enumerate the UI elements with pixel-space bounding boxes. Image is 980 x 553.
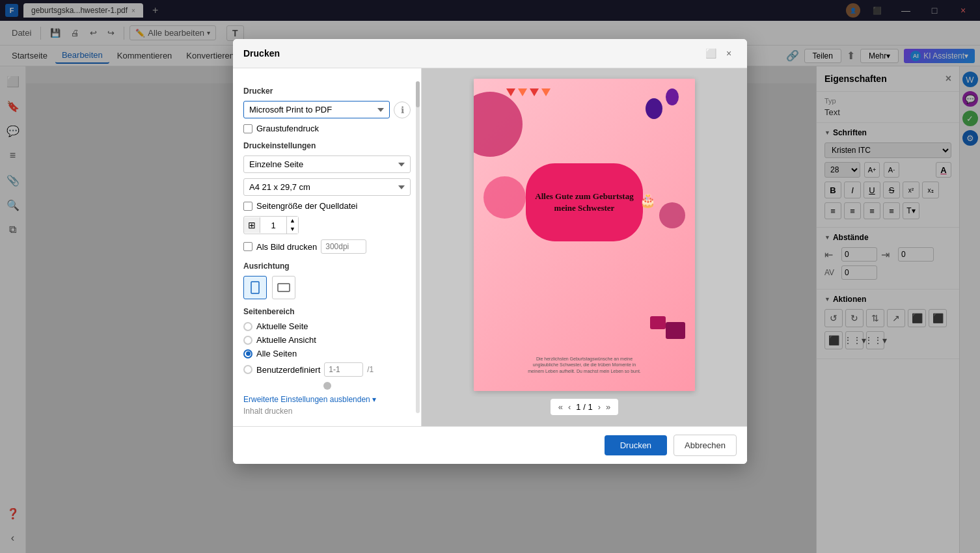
source-size-checkbox[interactable] xyxy=(243,202,252,211)
copies-row: ⊞ ▲ ▼ xyxy=(243,216,411,234)
preview-last-button[interactable]: » xyxy=(606,402,610,412)
printer-row: Microsoft Print to PDFAdobe PDFMicrosoft… xyxy=(243,101,411,118)
preview-card-text: Alles Gute zum Geburtstag meine Schweste… xyxy=(526,185,643,219)
print-options-panel: Drucker Microsoft Print to PDFAdobe PDFM… xyxy=(233,68,422,426)
banner-flag-1 xyxy=(506,88,515,96)
portrait-button[interactable] xyxy=(243,276,267,299)
source-size-label: Seitengröße der Quelldatei xyxy=(256,201,357,211)
print-preview-panel: Alles Gute zum Geburtstag meine Schweste… xyxy=(422,68,747,426)
advanced-settings-label: Erweiterte Einstellungen ausblenden ▾ xyxy=(243,395,376,404)
current-page-label: Aktuelle Seite xyxy=(256,321,308,331)
print-as-image-row: Als Bild drucken xyxy=(243,239,411,254)
dialog-expand-button[interactable]: ⬜ xyxy=(703,46,718,61)
preview-circle-3 xyxy=(659,202,685,228)
dialog-header-buttons: ⬜ × xyxy=(703,46,737,61)
preview-next-button[interactable]: › xyxy=(598,402,601,412)
copies-stepper: ▲ ▼ xyxy=(286,217,298,234)
custom-range-radio[interactable] xyxy=(243,365,252,374)
grayscale-checkbox[interactable] xyxy=(243,124,252,133)
dialog-close-button[interactable]: × xyxy=(721,46,737,61)
all-pages-radio[interactable] xyxy=(243,349,252,358)
preview-cake-emoji: 🎂 xyxy=(640,193,656,208)
preview-card-bg: Alles Gute zum Geburtstag meine Schweste… xyxy=(474,79,695,391)
copies-down-button[interactable]: ▼ xyxy=(287,225,298,234)
current-page-row: Aktuelle Seite xyxy=(243,321,411,331)
print-button[interactable]: Drucken xyxy=(605,435,667,455)
svg-rect-0 xyxy=(251,282,259,293)
print-scrollbar xyxy=(416,81,420,413)
advanced-settings-link[interactable]: Erweiterte Einstellungen ausblenden ▾ xyxy=(243,395,411,404)
cancel-button[interactable]: Abbrechen xyxy=(674,435,737,456)
grayscale-row: Graustufendruck xyxy=(243,124,411,133)
print-as-image-checkbox[interactable] xyxy=(243,242,252,251)
page-count-label: /1 xyxy=(367,365,374,374)
current-view-row: Aktuelle Ansicht xyxy=(243,335,411,345)
printer-select[interactable]: Microsoft Print to PDFAdobe PDFMicrosoft… xyxy=(243,101,390,118)
preview-gift-2 xyxy=(650,316,666,329)
landscape-button[interactable] xyxy=(272,276,295,299)
preview-prev-button[interactable]: ‹ xyxy=(568,402,571,412)
preview-cloud: Alles Gute zum Geburtstag meine Schweste… xyxy=(526,163,643,241)
seitenbereich-label: Seitenbereich xyxy=(243,307,411,316)
printer-info-button[interactable]: ℹ xyxy=(394,101,411,118)
preview-banner xyxy=(506,88,656,96)
banner-flag-4 xyxy=(541,88,551,96)
preview-pagination: « ‹ 1 / 1 › » xyxy=(551,399,618,415)
preview-gift-1 xyxy=(666,322,685,339)
range-indicator xyxy=(243,382,411,390)
custom-range-row: Benutzerdefiniert /1 xyxy=(243,362,411,377)
preview-bottom-text: Die herzlichsten Geburtstagswünsche an m… xyxy=(526,356,643,375)
preview-card: Alles Gute zum Geburtstag meine Schweste… xyxy=(474,79,695,391)
paper-size-select[interactable]: A4 21 x 29,7 cm xyxy=(243,178,411,196)
custom-range-label: Benutzerdefiniert xyxy=(256,365,320,375)
copies-up-button[interactable]: ▲ xyxy=(287,217,298,225)
preview-balloon-2 xyxy=(666,88,679,105)
print-dialog: Drucken ⬜ × Drucker Microsoft Print to P… xyxy=(233,39,747,464)
source-size-row: Seitengröße der Quelldatei xyxy=(243,201,411,211)
copies-input-wrap: ⊞ ▲ ▼ xyxy=(243,216,299,234)
print-as-image-label: Als Bild drucken xyxy=(256,242,317,252)
content-print-label: Inhalt drucken xyxy=(243,407,411,416)
orientation-row xyxy=(243,276,411,299)
preview-circle-2 xyxy=(483,176,526,219)
current-view-radio[interactable] xyxy=(243,336,252,345)
dpi-input[interactable] xyxy=(321,239,366,254)
druckeinstellungen-label: Druckeinstellungen xyxy=(243,141,411,150)
custom-range-input[interactable] xyxy=(324,362,363,377)
all-pages-row: Alle Seiten xyxy=(243,349,411,358)
banner-flag-2 xyxy=(518,88,527,96)
current-view-label: Aktuelle Ansicht xyxy=(256,335,316,345)
dialog-header: Drucken ⬜ × xyxy=(233,39,747,68)
dialog-body: Drucker Microsoft Print to PDFAdobe PDFM… xyxy=(233,68,747,426)
grayscale-label: Graustufendruck xyxy=(256,124,319,133)
all-pages-label: Alle Seiten xyxy=(256,349,297,358)
dialog-title: Drucken xyxy=(243,48,280,59)
banner-flag-3 xyxy=(530,88,539,96)
range-dot xyxy=(323,382,331,390)
dialog-footer: Drucken Abbrechen xyxy=(233,426,747,464)
current-page-radio[interactable] xyxy=(243,322,252,331)
preview-circle-1 xyxy=(474,92,523,157)
svg-rect-1 xyxy=(278,284,290,291)
copies-icon: ⊞ xyxy=(244,217,260,233)
preview-page-display: 1 / 1 xyxy=(576,402,592,412)
printer-label: Drucker xyxy=(243,87,411,96)
page-range-select[interactable]: Einzelne Seite xyxy=(243,155,411,173)
preview-balloon-1 xyxy=(646,98,662,119)
print-scrollbar-thumb[interactable] xyxy=(416,81,420,107)
preview-first-button[interactable]: « xyxy=(558,402,563,412)
orientation-label: Ausrichtung xyxy=(243,262,411,271)
dialog-overlay: Drucken ⬜ × Drucker Microsoft Print to P… xyxy=(0,0,980,553)
copies-input[interactable] xyxy=(260,218,286,233)
